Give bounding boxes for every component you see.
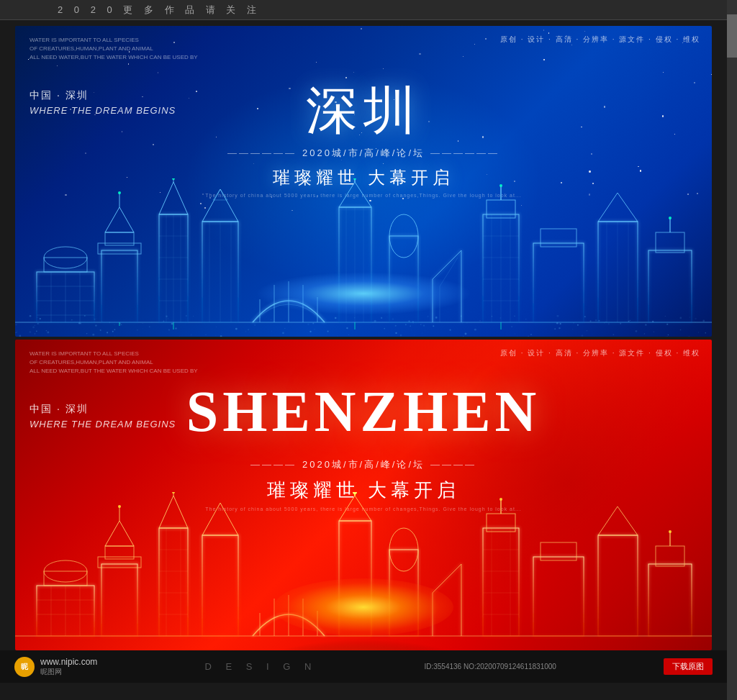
scrollbar[interactable] xyxy=(727,0,737,700)
blue-top-right-text: 原创 · 设计 · 高清 · 分辨率 · 源文件 · 侵权 · 维权 xyxy=(500,35,700,45)
svg-rect-11 xyxy=(98,243,141,254)
nipic-logo-icon: 昵 xyxy=(14,657,35,677)
svg-point-64 xyxy=(118,191,121,194)
top-bar-text: 2 0 2 0 更 多 作 品 请 关 注 xyxy=(58,4,261,17)
svg-rect-123 xyxy=(656,546,684,566)
blue-panel: 原创 · 设计 · 高清 · 分辨率 · 源文件 · 侵权 · 维权 WATER… xyxy=(15,26,712,337)
svg-marker-86 xyxy=(105,521,134,546)
red-china-shenzhen: 中国 · 深圳 xyxy=(30,403,89,416)
blue-top-left-text: WATER IS IMPORTANT TO ALL SPECIES OF CRE… xyxy=(30,36,198,62)
svg-rect-120 xyxy=(598,535,638,636)
footer-website: www.nipic.com 昵图网 xyxy=(40,657,97,677)
svg-marker-26 xyxy=(202,189,238,222)
svg-point-127 xyxy=(353,492,357,494)
scrollbar-thumb[interactable] xyxy=(727,14,737,58)
svg-rect-76 xyxy=(44,571,87,586)
svg-rect-110 xyxy=(487,514,515,532)
footer-design-text: D E S I G N xyxy=(204,661,317,672)
blue-main-title: 深圳 xyxy=(306,76,421,145)
red-main-title: SHENZHEN xyxy=(186,379,541,445)
svg-rect-119 xyxy=(541,542,577,560)
red-top-left-text: WATER IS IMPORTANT TO ALL SPECIES OF CRE… xyxy=(30,350,198,376)
top-bar: 2 0 2 0 更 多 作 品 请 关 注 xyxy=(0,0,737,20)
svg-point-65 xyxy=(172,178,175,180)
svg-rect-55 xyxy=(541,229,577,247)
svg-point-68 xyxy=(669,217,672,219)
svg-rect-62 xyxy=(656,232,684,253)
blue-dream-begins: WHERE THE DREAM BEGINS xyxy=(30,105,176,116)
main-content: 原创 · 设计 · 高清 · 分辨率 · 源文件 · 侵权 · 维权 WATER… xyxy=(0,20,727,700)
footer: 昵 www.nipic.com 昵图网 D E S I G N ID:35541… xyxy=(0,650,727,683)
red-top-right-text: 原创 · 设计 · 高清 · 分辨率 · 源文件 · 侵权 · 维权 xyxy=(500,348,700,358)
svg-rect-109 xyxy=(483,528,519,636)
svg-marker-105 xyxy=(339,496,371,521)
svg-point-66 xyxy=(353,178,356,180)
svg-rect-61 xyxy=(648,250,692,322)
footer-download-btn[interactable]: 下载原图 xyxy=(664,658,713,675)
svg-rect-83 xyxy=(101,564,137,636)
svg-rect-88 xyxy=(159,528,188,636)
footer-id: ID:3554136 NO:20200709124611831000 xyxy=(424,663,556,671)
red-dream-begins: WHERE THE DREAM BEGINS xyxy=(30,419,176,429)
red-skyline xyxy=(15,492,712,650)
svg-marker-89 xyxy=(159,496,188,528)
svg-rect-10 xyxy=(101,250,137,322)
blue-skyline xyxy=(15,178,712,337)
red-subtitle: 2020城/市/高/峰/论/坛 xyxy=(250,458,476,471)
svg-marker-57 xyxy=(598,193,638,222)
blue-bottom-glow xyxy=(256,272,471,315)
svg-point-128 xyxy=(499,498,502,501)
red-bottom-glow xyxy=(273,578,453,636)
svg-rect-2 xyxy=(44,258,87,272)
svg-marker-121 xyxy=(598,506,638,535)
svg-rect-54 xyxy=(533,243,584,322)
blue-subtitle: 2020城/市/高/峰/论/坛 xyxy=(227,147,499,160)
svg-point-126 xyxy=(172,492,175,494)
svg-marker-16 xyxy=(159,182,188,214)
svg-point-129 xyxy=(669,530,672,533)
svg-marker-13 xyxy=(105,207,134,232)
svg-rect-118 xyxy=(533,557,584,636)
svg-point-67 xyxy=(499,184,502,187)
svg-marker-98 xyxy=(202,503,238,535)
svg-rect-84 xyxy=(98,557,141,568)
blue-china-shenzhen: 中国 · 深圳 xyxy=(30,89,89,102)
svg-marker-37 xyxy=(339,182,371,207)
svg-rect-122 xyxy=(648,564,692,636)
footer-logo: 昵 www.nipic.com 昵图网 xyxy=(14,657,97,677)
svg-rect-56 xyxy=(598,222,638,322)
red-panel: 原创 · 设计 · 高清 · 分辨率 · 源文件 · 侵权 · 维权 WATER… xyxy=(15,340,712,650)
svg-point-125 xyxy=(118,505,121,508)
svg-rect-97 xyxy=(202,535,238,636)
